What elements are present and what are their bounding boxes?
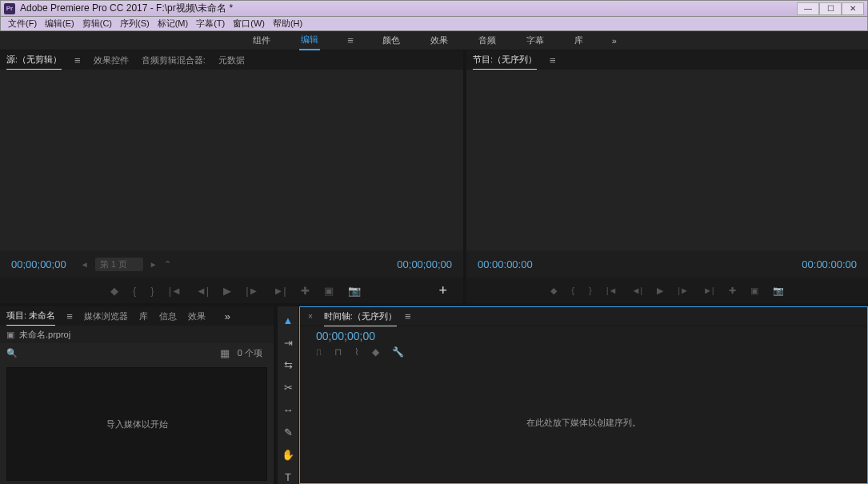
source-timecode-right: 00;00;00;00 (397, 258, 452, 270)
timeline-panel: × 时间轴:（无序列） ≡ 00;00;00;00 ⎍ ⊓ ⌇ ◆ 🔧 在此处放… (299, 306, 868, 484)
type-tool-icon[interactable]: T (281, 470, 295, 484)
menu-edit[interactable]: 编辑(E) (41, 18, 78, 30)
pen-tool-icon[interactable]: ✎ (281, 425, 295, 439)
tab-libraries[interactable]: 库 (139, 307, 148, 326)
ripple-tool-icon[interactable]: ⇆ (281, 358, 295, 372)
go-start-icon[interactable]: |◄ (169, 285, 182, 297)
tools-panel: ▲ ⇥ ⇆ ✂ ↔ ✎ ✋ T (277, 306, 299, 484)
project-item-count: 0 个项 (238, 347, 267, 359)
in-point-icon[interactable]: { (133, 285, 136, 297)
workspace-editing[interactable]: 编辑 (299, 30, 320, 50)
timeline-panel-menu-icon[interactable]: ≡ (405, 310, 411, 322)
project-tabs-overflow-icon[interactable]: » (225, 310, 230, 322)
prog-marker-icon[interactable]: ◆ (550, 286, 557, 296)
source-panel-menu-icon[interactable]: ≡ (74, 54, 81, 66)
project-bin[interactable]: 导入媒体以开始 (6, 367, 267, 481)
workspace-assembly[interactable]: 组件 (251, 31, 272, 50)
marker-icon[interactable]: ◆ (110, 285, 118, 297)
step-forward-icon[interactable]: |► (246, 285, 258, 297)
titlebar: Pr Adobe Premiere Pro CC 2017 - F:\pr视频\… (0, 0, 868, 17)
menu-file[interactable]: 文件(F) (4, 18, 41, 30)
prog-stepback-icon[interactable]: ◄| (631, 286, 642, 295)
close-button[interactable]: ✕ (842, 2, 864, 15)
overwrite-icon[interactable]: ▣ (324, 285, 334, 297)
track-select-tool-icon[interactable]: ⇥ (281, 335, 295, 350)
source-page-prev-icon[interactable]: ◄ (81, 260, 89, 269)
tl-link-icon[interactable]: ⌇ (354, 346, 359, 358)
tab-effects[interactable]: 效果 (188, 307, 206, 326)
timeline-empty-message: 在此处放下媒体以创建序列。 (526, 417, 641, 429)
workspace-overflow-icon[interactable]: » (612, 36, 617, 46)
workspace-audio[interactable]: 音频 (477, 31, 498, 50)
minimize-button[interactable]: — (797, 2, 819, 15)
workspace-libraries[interactable]: 库 (573, 31, 585, 50)
hand-tool-icon[interactable]: ✋ (281, 447, 295, 462)
source-panel: 源:（无剪辑） ≡ 效果控件 音频剪辑混合器: 元数据 00;00;00;00 … (0, 50, 463, 303)
prog-play-icon[interactable]: ▶ (657, 286, 663, 296)
menu-marker[interactable]: 标记(M) (154, 18, 193, 30)
tab-effect-controls[interactable]: 效果控件 (94, 51, 129, 70)
tab-program[interactable]: 节目:（无序列） (473, 50, 537, 70)
program-panel: 节目:（无序列） ≡ 00:00:00:00 00:00:00:00 ◆ { }… (466, 50, 868, 303)
menu-title[interactable]: 字幕(T) (192, 18, 229, 30)
tl-magnet-icon[interactable]: ⊓ (334, 346, 342, 358)
menu-window[interactable]: 窗口(W) (229, 18, 269, 30)
program-timecode-right: 00:00:00:00 (802, 258, 857, 270)
razor-tool-icon[interactable]: ✂ (281, 380, 295, 394)
project-file-icon: ▣ (6, 330, 14, 340)
prog-lift-icon[interactable]: ✚ (729, 286, 736, 296)
selection-tool-icon[interactable]: ▲ (281, 313, 295, 327)
workspace-color[interactable]: 颜色 (381, 31, 402, 50)
project-panel-menu-icon[interactable]: ≡ (66, 310, 73, 322)
search-icon[interactable]: 🔍 (6, 348, 18, 358)
workspace-effects[interactable]: 效果 (429, 31, 450, 50)
source-page-next-icon[interactable]: ► (150, 260, 158, 269)
menu-sequence[interactable]: 序列(S) (116, 18, 154, 30)
source-fit-icon[interactable]: ⌃ (164, 259, 171, 270)
project-filename: 未命名.prproj (19, 329, 70, 341)
workspace-captions[interactable]: 字幕 (525, 31, 546, 50)
tl-marker-icon[interactable]: ◆ (372, 346, 379, 358)
tab-timeline[interactable]: 时间轴:（无序列） (324, 307, 397, 326)
tab-project[interactable]: 项目: 未命名 (6, 306, 55, 326)
tab-audio-mixer[interactable]: 音频剪辑混合器: (142, 51, 206, 70)
insert-icon[interactable]: ✚ (301, 285, 310, 297)
program-timecode-left[interactable]: 00:00:00:00 (478, 258, 533, 270)
workspace-tabs: 组件 编辑 ≡ 颜色 效果 音频 字幕 库 » (0, 31, 868, 50)
prog-out-icon[interactable]: } (589, 286, 592, 295)
tl-settings-icon[interactable]: 🔧 (392, 346, 404, 358)
window-title: Adobe Premiere Pro CC 2017 - F:\pr视频\未命名… (20, 2, 233, 15)
source-page-label: 第 1 页 (95, 258, 143, 271)
view-grid-icon[interactable]: ▦ (220, 347, 230, 359)
tab-metadata[interactable]: 元数据 (218, 51, 245, 70)
maximize-button[interactable]: ☐ (819, 2, 842, 15)
play-icon[interactable]: ▶ (223, 285, 231, 297)
out-point-icon[interactable]: } (150, 285, 154, 297)
tab-media-browser[interactable]: 媒体浏览器 (84, 307, 128, 326)
tl-snap-icon[interactable]: ⎍ (316, 346, 322, 358)
prog-goend-icon[interactable]: ►| (703, 286, 714, 295)
program-panel-menu-icon[interactable]: ≡ (550, 54, 556, 66)
source-timecode-left[interactable]: 00;00;00;00 (11, 258, 66, 270)
prog-extract-icon[interactable]: ▣ (750, 286, 758, 296)
go-end-icon[interactable]: ►| (273, 285, 286, 297)
workspace-editing-menu-icon[interactable]: ≡ (347, 34, 354, 46)
project-panel: 项目: 未命名 ≡ 媒体浏览器 库 信息 效果 » ▣ 未命名.prproj 🔍… (0, 306, 274, 484)
prog-stepfwd-icon[interactable]: |► (678, 286, 689, 295)
tab-source[interactable]: 源:（无剪辑） (6, 50, 62, 70)
menu-clip[interactable]: 剪辑(C) (78, 18, 116, 30)
slip-tool-icon[interactable]: ↔ (281, 402, 295, 417)
source-add-button-icon[interactable]: + (438, 282, 447, 299)
step-back-icon[interactable]: ◄| (196, 285, 209, 297)
export-frame-icon[interactable]: 📷 (348, 285, 361, 297)
prog-in-icon[interactable]: { (571, 286, 574, 295)
timeline-drop-area[interactable]: 在此处放下媒体以创建序列。 (300, 362, 867, 483)
prog-gostart-icon[interactable]: |◄ (606, 286, 618, 295)
menu-help[interactable]: 帮助(H) (269, 18, 306, 30)
prog-camera-icon[interactable]: 📷 (773, 286, 784, 296)
timeline-tab-close-icon[interactable]: × (308, 312, 313, 321)
timeline-timecode[interactable]: 00;00;00;00 (300, 326, 867, 342)
tab-info[interactable]: 信息 (159, 307, 177, 326)
project-empty-message: 导入媒体以开始 (106, 418, 168, 430)
menubar: 文件(F) 编辑(E) 剪辑(C) 序列(S) 标记(M) 字幕(T) 窗口(W… (0, 17, 868, 31)
